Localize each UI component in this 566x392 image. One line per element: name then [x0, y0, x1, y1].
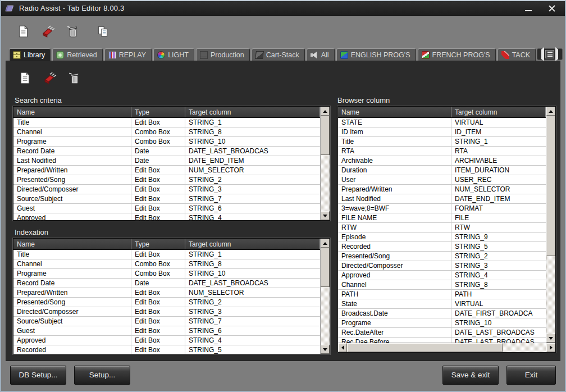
tab-french-prog-s[interactable]: FRENCH PROG'S	[418, 48, 496, 61]
table-row[interactable]: StateVIRTUAL	[338, 299, 546, 309]
scroll-thumb[interactable]	[546, 116, 555, 256]
indexation-vscrollbar[interactable]	[320, 239, 330, 354]
column-header[interactable]: Target column	[185, 239, 320, 249]
table-row[interactable]: Prepared/WrittenNUM_SELECTOR	[338, 185, 546, 194]
table-row[interactable]: RecordedSTRING_5	[338, 242, 546, 252]
table-row[interactable]: Broadcast.DateDATE_FIRST_BROADCA	[338, 309, 546, 318]
table-row[interactable]: ProgrameCombo BoxSTRING_10	[13, 137, 320, 147]
table-row[interactable]: Prepared/WrittenEdit BoxNUM_SELECTOR	[13, 166, 320, 175]
tab-replay[interactable]: REPLAY	[104, 48, 152, 61]
table-row[interactable]: GuestEdit BoxSTRING_6	[13, 204, 320, 213]
table-row[interactable]: Last NodifiedDateDATE_END_ITEM	[13, 156, 320, 166]
scroll-track[interactable]	[321, 116, 330, 211]
panel-delete-button[interactable]	[65, 69, 84, 87]
tab-production[interactable]: Production	[196, 48, 250, 61]
scroll-down-button[interactable]	[321, 345, 330, 354]
table-row[interactable]: ArchivableARCHIVABLE	[338, 156, 546, 166]
column-header[interactable]: Type	[131, 239, 185, 249]
table-row[interactable]: Presented/SongEdit BoxSTRING_2	[13, 298, 320, 307]
table-row[interactable]: Rec.Dae.BeforeDATE_LAST_BROADCAS	[338, 338, 546, 343]
scroll-thumb[interactable]	[321, 116, 330, 155]
table-row[interactable]: ID ItemID_ITEM	[338, 127, 546, 137]
column-header[interactable]: Name	[338, 107, 451, 117]
scroll-track[interactable]	[321, 248, 330, 345]
exit-button[interactable]: Exit	[506, 366, 556, 385]
table-row[interactable]: GuestEdit BoxSTRING_6	[13, 326, 320, 336]
scroll-thumb[interactable]	[347, 343, 503, 352]
table-row[interactable]: TitleEdit BoxSTRING_1	[13, 250, 320, 259]
table-row[interactable]: FILE NAMEFILE	[338, 213, 546, 223]
tab-retrieved[interactable]: Retrieved	[52, 48, 103, 61]
browser-hscrollbar[interactable]	[338, 343, 555, 352]
table-row[interactable]: EpisodeSTRING_9	[338, 233, 546, 242]
scroll-track[interactable]	[546, 116, 555, 334]
panel-new-document-button[interactable]	[15, 69, 34, 87]
table-row[interactable]: UserUSER_REC	[338, 175, 546, 185]
table-row[interactable]: TitleEdit BoxSTRING_1	[13, 118, 320, 127]
table-row[interactable]: STATEVIRTUAL	[338, 118, 546, 127]
delete-button[interactable]	[63, 22, 82, 40]
tab-scroll-left-button[interactable]	[541, 49, 544, 60]
table-row[interactable]: ApprovedSTRING_4	[338, 271, 546, 280]
tab-english-prog-s[interactable]: ENGLISH PROG'S	[336, 48, 416, 61]
table-row[interactable]: Record DateDateDATE_LAST_BROADCAS	[13, 147, 320, 156]
tab-library[interactable]: Library	[9, 48, 51, 61]
setup-button[interactable]: Setup...	[74, 366, 130, 385]
scroll-left-button[interactable]	[338, 343, 347, 352]
tab-light[interactable]: LIGHT	[153, 48, 194, 61]
table-row[interactable]: PATHPATH	[338, 290, 546, 299]
table-row[interactable]: ProgrameSTRING_10	[338, 318, 546, 328]
scroll-down-button[interactable]	[321, 211, 330, 220]
table-row[interactable]: ChannelSTRING_8	[338, 280, 546, 290]
new-document-button[interactable]	[13, 22, 33, 40]
column-header[interactable]: Target column	[451, 107, 546, 117]
tab-menu-button[interactable]	[545, 50, 554, 58]
table-row[interactable]: DurationITEM_DURATION	[338, 166, 546, 175]
table-row[interactable]: Last NodifiedDATE_END_ITEM	[338, 194, 546, 204]
table-row[interactable]: Source/SubjectEdit BoxSTRING_7	[13, 317, 320, 326]
db-setup-button[interactable]: DB Setup...	[10, 366, 66, 385]
table-row[interactable]: Rec.DateAfterDATE_LAST_BROADCAS	[338, 328, 546, 338]
table-row[interactable]: Directed/ComposserSTRING_3	[338, 261, 546, 271]
scroll-thumb[interactable]	[321, 248, 330, 287]
scroll-down-button[interactable]	[546, 334, 555, 343]
panel-erase-button[interactable]	[41, 69, 60, 87]
table-row[interactable]: ChannelCombo BoxSTRING_8	[13, 127, 320, 137]
table-row[interactable]: TitleSTRING_1	[338, 137, 546, 147]
table-row[interactable]: RTARTA	[338, 147, 546, 156]
table-row[interactable]: Directed/ComposserEdit BoxSTRING_3	[13, 307, 320, 317]
table-row[interactable]: Presented/SongSTRING_2	[338, 252, 546, 261]
table-row[interactable]: RecordedEdit BoxSTRING_5	[13, 345, 320, 354]
minimize-button[interactable]	[519, 3, 538, 14]
save-exit-button[interactable]: Save & exit	[442, 366, 499, 385]
column-header[interactable]: Name	[13, 239, 131, 249]
tab-tack[interactable]: TACK	[497, 48, 536, 61]
browser-vscrollbar[interactable]	[546, 107, 555, 343]
column-header[interactable]: Name	[13, 107, 131, 117]
scroll-right-button[interactable]	[546, 343, 555, 352]
table-row[interactable]: Prepared/WrittenEdit BoxNUM_SELECTOR	[13, 288, 320, 298]
table-row[interactable]: ApprovedEdit BoxSTRING_4	[13, 213, 320, 220]
table-row[interactable]: 3=wave;8=BWFFORMAT	[338, 204, 546, 213]
tab-scroll-right-button[interactable]	[555, 49, 558, 60]
table-row[interactable]: Directed/ComposserEdit BoxSTRING_3	[13, 185, 320, 194]
erase-button[interactable]	[39, 22, 58, 40]
table-row[interactable]: ChannelCombo BoxSTRING_8	[13, 259, 320, 269]
scroll-up-button[interactable]	[321, 239, 330, 248]
scroll-up-button[interactable]	[546, 107, 555, 116]
table-row[interactable]: Source/SubjectEdit BoxSTRING_7	[13, 194, 320, 204]
scroll-track[interactable]	[347, 343, 546, 352]
copy-button[interactable]	[93, 22, 112, 40]
scroll-up-button[interactable]	[321, 107, 330, 116]
column-header[interactable]: Target column	[185, 107, 320, 117]
tab-all[interactable]: All	[307, 48, 335, 61]
table-row[interactable]: Presented/SongEdit BoxSTRING_2	[13, 175, 320, 185]
table-row[interactable]: RTWRTW	[338, 223, 546, 233]
table-row[interactable]: ApprovedEdit BoxSTRING_4	[13, 336, 320, 345]
table-row[interactable]: ProgrameCombo BoxSTRING_10	[13, 269, 320, 279]
search-criteria-vscrollbar[interactable]	[320, 107, 330, 220]
tab-cart-stack[interactable]: Cart-Stack	[252, 48, 305, 61]
close-button[interactable]	[542, 3, 562, 14]
column-header[interactable]: Type	[131, 107, 185, 117]
table-row[interactable]: Record DateDateDATE_LAST_BROADCAS	[13, 279, 320, 288]
